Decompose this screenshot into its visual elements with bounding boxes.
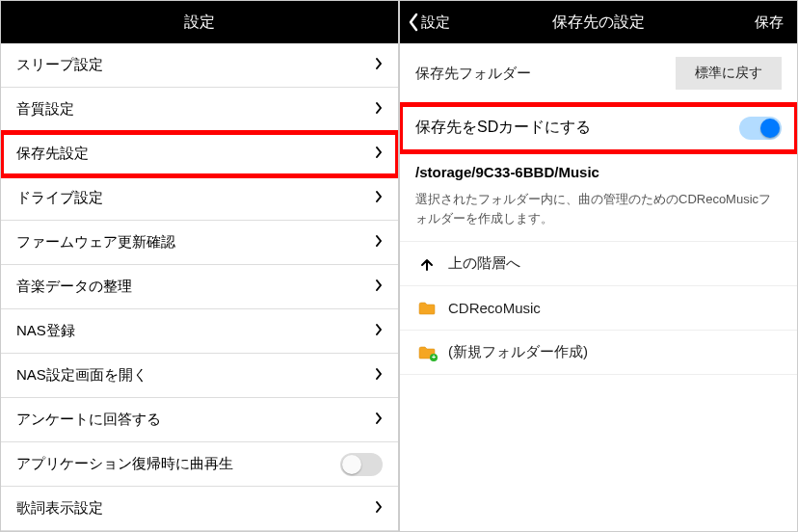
settings-header: 設定	[1, 1, 398, 43]
settings-item[interactable]: ドライブ設定	[1, 176, 398, 221]
chevron-right-icon	[375, 412, 383, 428]
folder-icon	[415, 302, 439, 315]
up-folder-label: 上の階層へ	[448, 254, 520, 273]
settings-list: スリープ設定音質設定保存先設定ドライブ設定ファームウェア更新確認音楽データの整理…	[1, 43, 398, 531]
settings-item-label: アンケートに回答する	[16, 411, 375, 429]
up-arrow-icon	[415, 256, 439, 272]
settings-item[interactable]: 保存先設定	[1, 132, 398, 176]
item-toggle[interactable]	[340, 453, 383, 476]
settings-item-label: 歌詞表示設定	[16, 499, 375, 518]
toggle-knob	[760, 119, 780, 138]
chevron-right-icon	[375, 57, 383, 73]
sd-card-row[interactable]: 保存先をSDカードにする	[400, 104, 797, 152]
settings-item-label: スリープ設定	[16, 56, 375, 74]
toggle-knob	[342, 455, 361, 474]
back-button[interactable]: 設定	[408, 1, 450, 43]
sd-card-toggle[interactable]	[739, 117, 782, 140]
settings-item-label: NAS登録	[16, 322, 375, 340]
sd-card-label: 保存先をSDカードにする	[415, 118, 591, 138]
settings-item-label: 音楽データの整理	[16, 278, 375, 296]
folder-list: CDRecoMusic+(新規フォルダー作成)	[400, 286, 797, 375]
save-button-label: 保存	[755, 13, 784, 32]
folder-label: (新規フォルダー作成)	[448, 343, 588, 361]
settings-item[interactable]: 音楽データの整理	[1, 265, 398, 309]
settings-item-label: NAS設定画面を開く	[16, 366, 375, 385]
folder-destination-row: 保存先フォルダー 標準に戻す	[400, 43, 797, 104]
chevron-left-icon	[408, 13, 419, 32]
folder-description: 選択されたフォルダー内に、曲の管理のためのCDRecoMusicフォルダーを作成…	[400, 190, 797, 242]
settings-item[interactable]: スリープ設定	[1, 43, 398, 88]
chevron-right-icon	[375, 234, 383, 251]
storage-path: /storage/9C33-6BBD/Music	[400, 152, 797, 190]
reset-button[interactable]: 標準に戻す	[676, 57, 782, 90]
back-label: 設定	[421, 13, 450, 32]
settings-item-label: 音質設定	[16, 100, 375, 119]
settings-item[interactable]: ファームウェア更新確認	[1, 221, 398, 265]
settings-item[interactable]: 歌詞表示設定	[1, 487, 398, 531]
settings-item[interactable]: アンケートに回答する	[1, 398, 398, 442]
chevron-right-icon	[375, 279, 383, 295]
chevron-right-icon	[375, 323, 383, 339]
folder-destination-label: 保存先フォルダー	[415, 65, 531, 83]
settings-item[interactable]: NAS登録	[1, 309, 398, 354]
save-title: 保存先の設定	[552, 13, 645, 33]
chevron-right-icon	[375, 190, 383, 206]
settings-item[interactable]: 音質設定	[1, 88, 398, 132]
chevron-right-icon	[375, 101, 383, 118]
settings-screen: 設定 スリープ設定音質設定保存先設定ドライブ設定ファームウェア更新確認音楽データ…	[0, 0, 399, 532]
save-header: 設定 保存先の設定 保存	[400, 1, 797, 43]
settings-item-label: 保存先設定	[16, 145, 375, 163]
new-folder-icon: +	[415, 346, 439, 359]
save-button[interactable]: 保存	[755, 1, 784, 43]
settings-item-label: ファームウェア更新確認	[16, 233, 375, 252]
folder-label: CDRecoMusic	[448, 300, 541, 316]
settings-title: 設定	[184, 13, 215, 33]
save-destination-screen: 設定 保存先の設定 保存 保存先フォルダー 標準に戻す 保存先をSDカードにする…	[399, 0, 798, 532]
settings-item[interactable]: NAS設定画面を開く	[1, 354, 398, 398]
chevron-right-icon	[375, 500, 383, 517]
up-folder-row[interactable]: 上の階層へ	[400, 242, 797, 286]
chevron-right-icon	[375, 367, 383, 384]
chevron-right-icon	[375, 146, 383, 162]
settings-item-label: アプリケーション復帰時に曲再生	[16, 455, 340, 473]
new-folder-row[interactable]: +(新規フォルダー作成)	[400, 331, 797, 375]
settings-item-label: ドライブ設定	[16, 189, 375, 207]
settings-item[interactable]: アプリケーション復帰時に曲再生	[1, 442, 398, 487]
folder-item[interactable]: CDRecoMusic	[400, 286, 797, 331]
